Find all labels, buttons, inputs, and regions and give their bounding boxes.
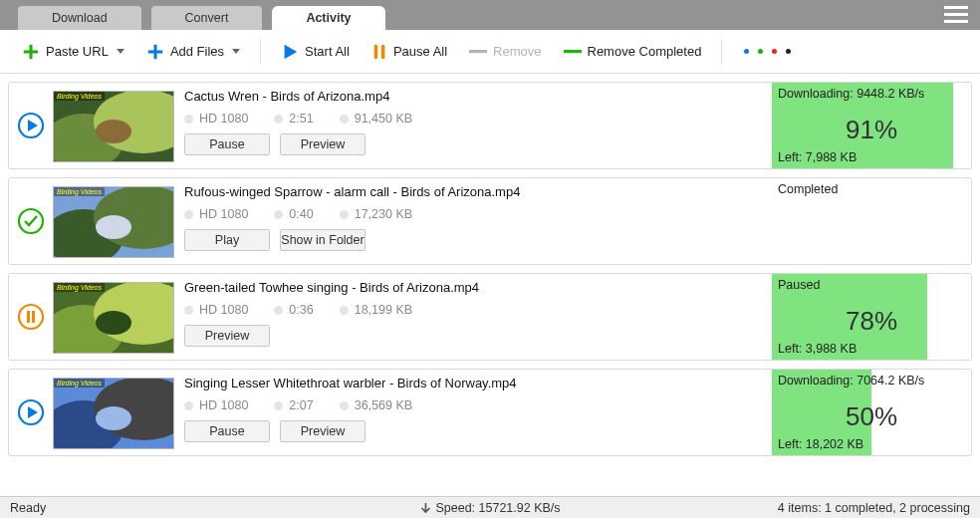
svg-point-31 [96,311,131,335]
more-button[interactable] [734,45,800,58]
svg-rect-27 [32,311,35,323]
tab-activity[interactable]: Activity [272,6,384,30]
check-circle-icon [17,207,45,235]
caret-down-icon [232,49,240,55]
list-item[interactable]: Birding Videos Cactus Wren - Birds of Ar… [8,82,972,169]
svg-point-25 [19,305,43,329]
item-button-1[interactable]: Play [184,229,270,251]
remove-completed-button[interactable]: Remove Completed [556,40,710,63]
remove-button: Remove [461,40,549,63]
svg-rect-4 [24,50,38,53]
item-title: Green-tailed Towhee singing - Birds of A… [184,280,772,295]
svg-marker-5 [117,49,124,54]
plus-icon [22,43,40,61]
caret-down-icon [117,49,124,55]
thumbnail-stamp: Birding Videos [54,283,105,292]
item-title: Rufous-winged Sparrow - alarm call - Bir… [184,184,772,199]
toolbar-separator [260,39,261,65]
svg-rect-1 [944,13,968,16]
status-speed: Speed: 15721.92 KB/s [435,501,560,515]
thumbnail[interactable]: Birding Videos [53,378,174,449]
item-button-1[interactable]: Pause [184,420,270,442]
thumbnail[interactable]: Birding Videos [53,282,174,354]
item-info: Singing Lesser Whitethroat warbler - Bir… [180,370,772,455]
thumbnail-stamp: Birding Videos [54,187,105,196]
svg-marker-33 [28,406,38,418]
svg-rect-2 [944,20,968,23]
svg-rect-13 [564,50,582,53]
tab-bar: Download Convert Activity [0,0,980,30]
tab-convert[interactable]: Convert [151,6,263,30]
plus-icon [146,43,164,61]
item-progress: Downloading: 9448.2 KB/s 91% Left: 7,988… [772,83,971,168]
item-button-2[interactable]: Show in Folder [280,229,366,251]
row-state-icon[interactable] [9,83,53,168]
thumbnail[interactable]: Birding Videos [53,91,174,162]
play-circle-icon [17,398,45,426]
item-percent: 78% [772,306,971,337]
pause-circle-icon [17,303,45,331]
menu-icon[interactable] [944,4,968,24]
item-button-2[interactable]: Preview [280,133,366,155]
item-info: Cactus Wren - Birds of Arizona.mp4 HD 10… [180,83,772,168]
svg-point-24 [96,215,131,239]
item-status-text: Completed [778,182,965,196]
item-button-2[interactable]: Preview [184,325,270,347]
svg-rect-0 [944,6,968,9]
svg-marker-15 [28,120,38,131]
toolbar-separator [721,39,722,65]
item-title: Cactus Wren - Birds of Arizona.mp4 [184,89,772,104]
item-status-text: Downloading: 9448.2 KB/s [778,87,965,101]
svg-point-19 [96,120,131,143]
pause-icon [371,43,387,61]
play-circle-icon [17,112,45,139]
play-icon [281,43,299,61]
item-title: Singing Lesser Whitethroat warbler - Bir… [184,376,772,390]
svg-rect-7 [148,50,162,53]
svg-rect-26 [27,311,30,323]
item-percent: 50% [772,401,971,432]
svg-rect-12 [469,50,487,53]
svg-rect-10 [373,44,377,58]
item-left: Left: 7,988 KB [778,150,857,164]
row-state-icon[interactable] [9,178,53,264]
list-item[interactable]: Birding Videos Rufous-winged Sparrow - a… [8,177,972,265]
status-bar: Ready Speed: 15721.92 KB/s 4 items: 1 co… [0,496,980,518]
minus-icon [564,48,582,56]
toolbar: Paste URL Add Files Start All Pause All … [0,30,980,74]
thumbnail-stamp: Birding Videos [54,92,105,101]
item-meta: HD 1080 0:36 18,199 KB [184,303,772,317]
item-percent: 91% [772,115,971,145]
list-item[interactable]: Birding Videos Green-tailed Towhee singi… [8,273,972,361]
item-meta: HD 1080 2:07 36,569 KB [184,398,772,412]
svg-marker-9 [285,44,298,58]
item-left: Left: 3,988 KB [778,342,857,356]
status-ready: Ready [10,501,46,515]
item-button-1[interactable]: Pause [184,133,270,155]
item-info: Rufous-winged Sparrow - alarm call - Bir… [180,178,772,264]
svg-point-37 [96,406,131,430]
thumbnail-stamp: Birding Videos [54,379,105,388]
minus-icon [469,48,487,56]
pause-all-button[interactable]: Pause All [364,39,455,65]
item-progress: Completed [772,178,971,264]
tab-download[interactable]: Download [18,6,141,30]
item-progress: Paused 78% Left: 3,988 KB [772,274,971,360]
row-state-icon[interactable] [9,274,53,360]
add-files-button[interactable]: Add Files [138,39,248,65]
item-button-2[interactable]: Preview [280,420,366,442]
item-status-text: Downloading: 7064.2 KB/s [778,374,965,388]
download-arrow-icon [419,502,431,514]
thumbnail[interactable]: Birding Videos [53,186,174,258]
status-summary: 4 items: 1 completed, 2 processing [778,501,970,515]
paste-url-button[interactable]: Paste URL [14,39,132,65]
item-meta: HD 1080 0:40 17,230 KB [184,207,772,221]
svg-rect-11 [381,44,385,58]
start-all-button[interactable]: Start All [273,39,358,65]
item-left: Left: 18,202 KB [778,437,863,451]
item-meta: HD 1080 2:51 91,450 KB [184,112,772,126]
list-item[interactable]: Birding Videos Singing Lesser Whitethroa… [8,369,972,456]
item-progress: Downloading: 7064.2 KB/s 50% Left: 18,20… [772,370,971,455]
row-state-icon[interactable] [9,370,53,455]
download-list: Birding Videos Cactus Wren - Birds of Ar… [0,74,980,496]
